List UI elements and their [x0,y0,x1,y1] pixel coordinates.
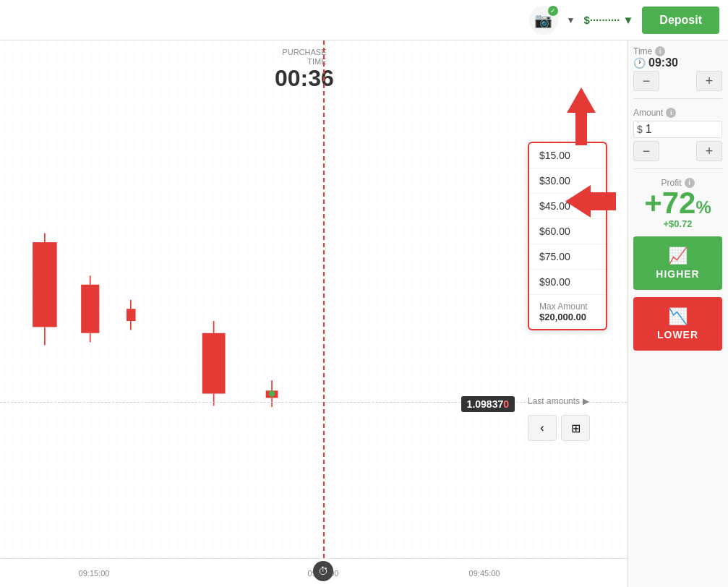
divider-1 [633,98,722,99]
time-minus-button[interactable]: − [633,71,659,91]
time-info-icon: i [655,46,665,56]
svg-point-15 [269,390,275,396]
svg-marker-16 [567,87,596,145]
candlestick-chart [14,84,511,558]
purchase-time-text: PURCHASETIME [282,48,326,67]
lower-label: LOWER [657,329,698,340]
svg-rect-9 [202,333,226,394]
svg-rect-3 [81,285,99,333]
price-highlight: 0 [503,398,509,410]
deposit-button[interactable]: Deposit [642,7,719,34]
amount-item-60[interactable]: $60.00 [529,219,606,244]
time-stepper-row: − + [633,71,722,91]
main-layout: PURCHASETIME 00:36 1.098370 [0,40,728,587]
amount-input[interactable] [646,123,689,136]
profit-percent: +72% [633,188,722,218]
timer-axis-icon: ⏱ [313,561,333,581]
arrow-left-annotation [565,185,616,222]
svg-marker-17 [565,185,616,218]
price-label: 1.098370 [461,396,515,412]
max-amount-value: $20,000.00 [539,312,586,322]
dollar-sign: $ [637,124,643,135]
amount-minus-button[interactable]: − [633,141,659,161]
amount-section: Amount i $ − + [633,108,722,163]
svg-rect-0 [33,242,57,327]
amount-item-max: Max Amount $20,000.00 [529,295,606,329]
amount-input-row[interactable]: $ [633,121,722,138]
vertical-time-line [323,40,325,558]
amount-item-90[interactable]: $90.00 [529,270,606,295]
balance-button[interactable]: $·········· ▼ [583,14,633,26]
balance-text: $·········· [583,14,620,26]
higher-button[interactable]: 📈 HIGHER [633,236,722,290]
time-section: Time i 🕐 09:30 − + [633,46,722,93]
time-plus-button[interactable]: + [696,71,722,91]
camera-dropdown-arrow[interactable]: ▼ [567,15,575,25]
camera-button[interactable]: 📷 ✓ [529,6,558,35]
amount-plus-button[interactable]: + [696,141,722,161]
price-value: 1.09837 [467,398,504,410]
last-amounts-row[interactable]: Last amounts ▶ [528,396,589,406]
lower-button[interactable]: 📉 LOWER [633,297,722,351]
top-bar: 📷 ✓ ▼ $·········· ▼ Deposit [0,0,728,40]
divider-2 [633,168,722,169]
higher-icon: 📈 [668,247,688,265]
time-section-label: Time i [633,46,722,56]
calculator-button[interactable]: ⊞ [561,415,590,441]
last-amounts-arrow: ▶ [583,396,589,406]
right-sidebar: Time i 🕐 09:30 − + Amount i [627,40,728,587]
max-amount-label: Max Amount [539,301,588,312]
amount-section-label: Amount i [633,108,722,118]
profit-value: +$0.72 [633,218,722,229]
clock-icon: 🕐 [633,57,646,69]
chart-area: PURCHASETIME 00:36 1.098370 [0,40,627,587]
nav-buttons-row: ‹ ⊞ [528,415,590,441]
lower-icon: 📉 [668,307,688,326]
amount-stepper-row: − + [633,141,722,161]
time-tick-1: 09:15:00 [79,569,110,578]
back-button[interactable]: ‹ [528,415,557,441]
svg-rect-6 [127,309,136,321]
time-tick-3: 09:45:00 [469,569,500,578]
check-badge: ✓ [548,6,558,16]
balance-dropdown-arrow: ▼ [622,14,633,26]
amount-info-icon: i [666,108,676,118]
time-display: 🕐 09:30 [633,56,722,69]
profit-section: Profit i +72% +$0.72 [633,178,722,229]
amount-item-75[interactable]: $75.00 [529,244,606,270]
candles-container [14,84,511,558]
arrow-down-annotation [560,87,603,151]
amount-dropdown[interactable]: $15.00 $30.00 $45.00 $60.00 $75.00 $90.0… [528,142,607,330]
higher-label: HIGHER [656,268,699,280]
last-amounts-text: Last amounts [528,396,580,406]
